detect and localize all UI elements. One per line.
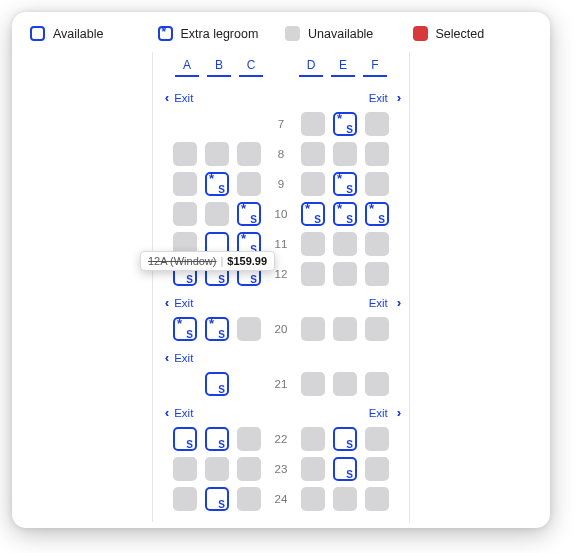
- seat: [301, 172, 325, 196]
- seat: [173, 487, 197, 511]
- seat: [205, 142, 229, 166]
- legend: Available Extra legroom Unavailable Sele…: [12, 12, 550, 52]
- seat[interactable]: [333, 172, 357, 196]
- seat: [365, 487, 389, 511]
- seat: [237, 317, 261, 341]
- exit-right-label: Exit: [369, 407, 388, 419]
- exit-row: ‹‹ Exit Exit ››: [165, 402, 397, 421]
- seat[interactable]: [237, 202, 261, 226]
- seat: [365, 172, 389, 196]
- seat-map-main: A B C D E F ‹‹ Exit Exit ›› 7 8 9 10: [12, 52, 550, 522]
- seat[interactable]: [333, 427, 357, 451]
- swatch-selected-icon: [413, 26, 428, 41]
- row-number: 10: [269, 208, 293, 220]
- exit-row: ‹‹ Exit Exit: [165, 347, 397, 366]
- row-number: 7: [269, 118, 293, 130]
- seat: [205, 202, 229, 226]
- row-number: 20: [269, 323, 293, 335]
- seat[interactable]: [365, 202, 389, 226]
- seat: [365, 262, 389, 286]
- seat-tooltip: 12A (Window) | $159.99: [140, 251, 275, 271]
- row-number: 8: [269, 148, 293, 160]
- cabin-wall-right: [409, 52, 410, 522]
- seat: [173, 457, 197, 481]
- seat-row: 21: [165, 372, 397, 396]
- seat[interactable]: [205, 172, 229, 196]
- seat: [173, 142, 197, 166]
- seat: [333, 317, 357, 341]
- seat[interactable]: [333, 112, 357, 136]
- seat: [365, 372, 389, 396]
- legend-selected-label: Selected: [436, 27, 485, 41]
- seat: [301, 427, 325, 451]
- row-number: 24: [269, 493, 293, 505]
- column-headers: A B C D E F: [165, 58, 397, 77]
- swatch-unavailable-icon: [285, 26, 300, 41]
- seat-row: 10: [165, 202, 397, 226]
- tooltip-separator: |: [220, 255, 223, 267]
- seat: [333, 232, 357, 256]
- cabin: A B C D E F ‹‹ Exit Exit ›› 7 8 9 10: [165, 58, 397, 522]
- seat[interactable]: [333, 457, 357, 481]
- col-head-e: E: [331, 58, 355, 77]
- seat[interactable]: [173, 427, 197, 451]
- seat: [237, 487, 261, 511]
- seat: [333, 262, 357, 286]
- seat[interactable]: [205, 372, 229, 396]
- seat: [237, 142, 261, 166]
- seat[interactable]: [205, 487, 229, 511]
- seat: [301, 317, 325, 341]
- seat: [365, 427, 389, 451]
- legend-selected: Selected: [413, 26, 533, 41]
- seat: [301, 372, 325, 396]
- seat: [205, 457, 229, 481]
- exit-left-label: Exit: [174, 92, 193, 104]
- seat: [301, 487, 325, 511]
- exit-right-label: Exit: [369, 297, 388, 309]
- seat: [173, 172, 197, 196]
- seat: [301, 232, 325, 256]
- col-head-a: A: [175, 58, 199, 77]
- tooltip-price: $159.99: [227, 255, 267, 267]
- cabin-wall-left: [152, 52, 153, 522]
- seat-row: 24: [165, 487, 397, 511]
- swatch-legroom-icon: [158, 26, 173, 41]
- seat[interactable]: [173, 317, 197, 341]
- col-head-c: C: [239, 58, 263, 77]
- seat: [301, 262, 325, 286]
- seat: [301, 142, 325, 166]
- col-head-b: B: [207, 58, 231, 77]
- exit-row: ‹‹ Exit Exit ››: [165, 292, 397, 311]
- legend-legroom-label: Extra legroom: [181, 27, 259, 41]
- seat-row: 8: [165, 142, 397, 166]
- seat: [333, 487, 357, 511]
- rows: ‹‹ Exit Exit ›› 7 8 9 10 11 12 ‹‹ Exit E…: [165, 87, 397, 511]
- row-number: 21: [269, 378, 293, 390]
- seat: [333, 372, 357, 396]
- seat: [173, 202, 197, 226]
- col-head-d: D: [299, 58, 323, 77]
- seat[interactable]: [333, 202, 357, 226]
- swatch-available-icon: [30, 26, 45, 41]
- seat-row: 22: [165, 427, 397, 451]
- exit-left-label: Exit: [174, 352, 193, 364]
- seat: [365, 317, 389, 341]
- seat: [365, 142, 389, 166]
- seat[interactable]: [205, 317, 229, 341]
- seat: [333, 142, 357, 166]
- row-number: 23: [269, 463, 293, 475]
- row-number: 11: [269, 238, 293, 250]
- seat: [301, 112, 325, 136]
- seat-row: 9: [165, 172, 397, 196]
- seat[interactable]: [301, 202, 325, 226]
- seat[interactable]: [205, 427, 229, 451]
- exit-left-label: Exit: [174, 297, 193, 309]
- seat: [237, 172, 261, 196]
- legend-available-label: Available: [53, 27, 104, 41]
- col-head-f: F: [363, 58, 387, 77]
- seat-row: 7: [165, 112, 397, 136]
- seat: [237, 457, 261, 481]
- exit-row: ‹‹ Exit Exit ››: [165, 87, 397, 106]
- exit-left-label: Exit: [174, 407, 193, 419]
- legend-available: Available: [30, 26, 150, 41]
